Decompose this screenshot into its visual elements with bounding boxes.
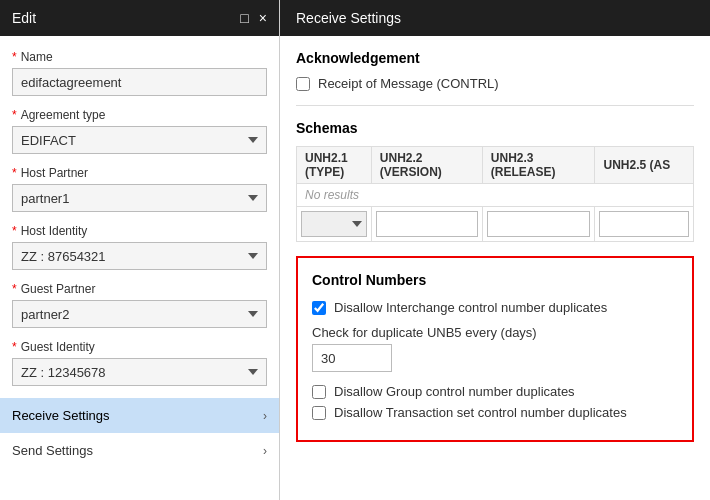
guest-partner-label: *Guest Partner (12, 282, 267, 296)
host-partner-field-group: *Host Partner partner1 (12, 166, 267, 212)
receive-settings-chevron-icon: › (263, 409, 267, 423)
receipt-of-message-checkbox[interactable] (296, 77, 310, 91)
acknowledgement-title: Acknowledgement (296, 50, 694, 66)
control-numbers-box: Control Numbers Disallow Interchange con… (296, 256, 694, 442)
guest-identity-label: *Guest Identity (12, 340, 267, 354)
host-identity-select[interactable]: ZZ : 87654321 (12, 242, 267, 270)
guest-partner-required-star: * (12, 282, 17, 296)
left-content: *Name *Agreement type EDIFACT *Host Part… (0, 36, 279, 500)
schemas-as-input[interactable] (599, 211, 689, 237)
host-identity-label: *Host Identity (12, 224, 267, 238)
host-identity-field-group: *Host Identity ZZ : 87654321 (12, 224, 267, 270)
schemas-type-select[interactable] (301, 211, 367, 237)
nav-send-settings[interactable]: Send Settings › (0, 433, 279, 468)
name-input[interactable] (12, 68, 267, 96)
schemas-col-1: UNH2.1 (TYPE) (297, 147, 372, 184)
left-panel: Edit □ × *Name *Agreement type EDIFACT *… (0, 0, 280, 500)
left-header: Edit □ × (0, 0, 279, 36)
interchange-duplicate-row: Disallow Interchange control number dupl… (312, 300, 678, 315)
right-content: Acknowledgement Receipt of Message (CONT… (280, 36, 710, 500)
schemas-release-input[interactable] (487, 211, 591, 237)
edit-title: Edit (12, 10, 36, 26)
guest-identity-field-group: *Guest Identity ZZ : 12345678 (12, 340, 267, 386)
interchange-duplicate-checkbox[interactable] (312, 301, 326, 315)
group-duplicate-row: Disallow Group control number duplicates (312, 384, 678, 399)
schemas-input-cell-1 (297, 207, 372, 242)
group-duplicate-checkbox[interactable] (312, 385, 326, 399)
host-identity-required-star: * (12, 224, 17, 238)
check-days-label: Check for duplicate UNB5 every (days) (312, 325, 678, 340)
schemas-version-input[interactable] (376, 211, 478, 237)
header-icons: □ × (240, 10, 267, 26)
schemas-col-3: UNH2.3 (RELEASE) (482, 147, 595, 184)
guest-partner-select[interactable]: partner2 (12, 300, 267, 328)
nav-receive-settings-label: Receive Settings (12, 408, 110, 423)
name-field-group: *Name (12, 50, 267, 96)
group-duplicate-label: Disallow Group control number duplicates (334, 384, 575, 399)
receipt-of-message-row: Receipt of Message (CONTRL) (296, 76, 694, 91)
host-partner-label: *Host Partner (12, 166, 267, 180)
schemas-table: UNH2.1 (TYPE) UNH2.2 (VERSION) UNH2.3 (R… (296, 146, 694, 242)
schemas-col-2: UNH2.2 (VERSION) (371, 147, 482, 184)
guest-identity-select[interactable]: ZZ : 12345678 (12, 358, 267, 386)
agreement-type-field-group: *Agreement type EDIFACT (12, 108, 267, 154)
acknowledgement-divider (296, 105, 694, 106)
transaction-duplicate-checkbox[interactable] (312, 406, 326, 420)
name-label: *Name (12, 50, 267, 64)
host-partner-required-star: * (12, 166, 17, 180)
transaction-duplicate-label: Disallow Transaction set control number … (334, 405, 627, 420)
interchange-duplicate-label: Disallow Interchange control number dupl… (334, 300, 607, 315)
schemas-title: Schemas (296, 120, 694, 136)
guest-identity-required-star: * (12, 340, 17, 354)
right-header-title: Receive Settings (296, 10, 401, 26)
transaction-duplicate-row: Disallow Transaction set control number … (312, 405, 678, 420)
close-icon[interactable]: × (259, 10, 267, 26)
schemas-input-row (297, 207, 694, 242)
right-panel: Receive Settings Acknowledgement Receipt… (280, 0, 710, 500)
control-numbers-title: Control Numbers (312, 272, 678, 288)
schemas-col-4: UNH2.5 (AS (595, 147, 694, 184)
agreement-type-required-star: * (12, 108, 17, 122)
send-settings-chevron-icon: › (263, 444, 267, 458)
schemas-input-cell-2 (371, 207, 482, 242)
nav-send-settings-label: Send Settings (12, 443, 93, 458)
schemas-input-cell-4 (595, 207, 694, 242)
right-header: Receive Settings (280, 0, 710, 36)
check-days-input[interactable] (312, 344, 392, 372)
nav-receive-settings[interactable]: Receive Settings › (0, 398, 279, 433)
guest-partner-field-group: *Guest Partner partner2 (12, 282, 267, 328)
schemas-no-results-row: No results (297, 184, 694, 207)
host-partner-select[interactable]: partner1 (12, 184, 267, 212)
minimize-icon[interactable]: □ (240, 10, 248, 26)
receipt-of-message-label: Receipt of Message (CONTRL) (318, 76, 499, 91)
schemas-no-results-text: No results (297, 184, 694, 207)
name-required-star: * (12, 50, 17, 64)
schemas-input-cell-3 (482, 207, 595, 242)
agreement-type-select[interactable]: EDIFACT (12, 126, 267, 154)
agreement-type-label: *Agreement type (12, 108, 267, 122)
